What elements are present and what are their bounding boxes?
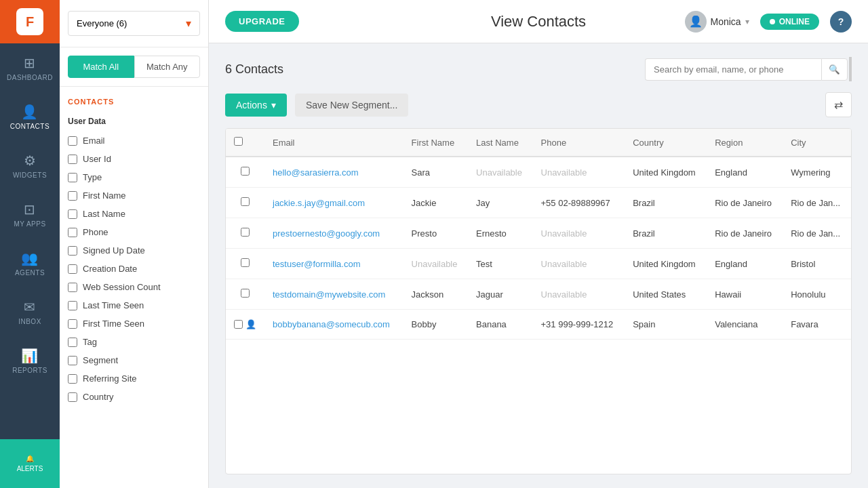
filter-label-last-time-seen: Last Time Seen [83, 300, 144, 310]
sidebar-item-agents[interactable]: 👥 AGENTS [0, 239, 60, 287]
row-city-cell: Favara [783, 310, 851, 340]
filter-item-country[interactable]: Country [60, 388, 208, 406]
row-checkbox[interactable] [241, 167, 250, 176]
filter-checkbox-user-id[interactable] [68, 155, 77, 164]
row-checkbox[interactable] [234, 320, 243, 329]
row-phone-cell: +31 999-999-1212 [533, 310, 625, 340]
email-link[interactable]: testuser@formilla.com [273, 259, 361, 269]
user-dropdown-arrow: ▾ [745, 17, 749, 26]
alerts-item[interactable]: 🔔 Alerts [0, 439, 60, 488]
logo-area: F [0, 0, 60, 43]
filter-checkbox-last-name[interactable] [68, 209, 77, 219]
search-button[interactable]: 🔍 [821, 58, 848, 81]
filter-label-country: Country [83, 392, 114, 402]
row-region-cell: Rio de Janeiro [707, 188, 783, 218]
filter-checkbox-first-time-seen[interactable] [68, 319, 77, 329]
row-select-cell [226, 188, 264, 218]
sidebar-item-label: MY APPS [14, 220, 45, 228]
filter-checkbox-referring-site[interactable] [68, 374, 77, 384]
online-dot [770, 19, 775, 24]
row-select-cell [226, 157, 264, 188]
actions-button[interactable]: Actions ▾ [225, 94, 287, 117]
row-email-cell: hello@sarasierra.com [264, 157, 403, 188]
sidebar-item-my-apps[interactable]: ⊡ MY APPS [0, 190, 60, 239]
segment-dropdown[interactable]: Everyone (6) ▾ [68, 11, 200, 36]
filter-checkbox-first-name[interactable] [68, 191, 77, 201]
sidebar-item-reports[interactable]: 📊 REPORTS [0, 336, 60, 385]
row-checkbox[interactable] [241, 197, 250, 206]
filter-item-web-session-count[interactable]: Web Session Count [60, 278, 208, 296]
filter-checkbox-type[interactable] [68, 173, 77, 182]
filter-toggle-button[interactable]: ⇄ [825, 92, 852, 117]
select-header [226, 129, 264, 157]
phone-header: Phone [533, 129, 625, 157]
row-first-name-cell: Presto [403, 218, 468, 249]
row-select-cell: 👤 [226, 310, 264, 340]
filter-label-creation-date: Creation Date [83, 264, 137, 274]
match-any-button[interactable]: Match Any [134, 56, 201, 78]
match-buttons-group: Match All Match Any [60, 47, 208, 87]
row-country-cell: Brazil [625, 218, 707, 249]
row-country-cell: United States [625, 279, 707, 310]
sidebar-item-label: WIDGETS [13, 171, 47, 179]
save-segment-button[interactable]: Save New Segment... [295, 94, 408, 117]
header-right: 👤 Monica ▾ ONLINE ? [685, 11, 852, 33]
table-row: testdomain@mywebsite.com Jackson Jaguar … [226, 279, 851, 310]
row-email-cell: jackie.s.jay@gmail.com [264, 188, 403, 218]
filter-item-tag[interactable]: Tag [60, 333, 208, 351]
filter-checkbox-email[interactable] [68, 136, 77, 146]
email-link[interactable]: testdomain@mywebsite.com [273, 289, 385, 300]
row-phone-cell: Unavailable [533, 218, 625, 249]
filter-item-phone[interactable]: Phone [60, 223, 208, 241]
email-link[interactable]: bobbybanana@somecub.com [273, 319, 390, 329]
user-menu[interactable]: 👤 Monica ▾ [685, 11, 749, 33]
row-checkbox[interactable] [241, 228, 250, 237]
email-link[interactable]: jackie.s.jay@gmail.com [273, 198, 365, 208]
filter-checkbox-tag[interactable] [68, 338, 77, 347]
email-link[interactable]: prestoernesto@googly.com [273, 228, 380, 239]
filter-checkbox-last-time-seen[interactable] [68, 301, 77, 310]
contacts-count: 6 Contacts [225, 62, 283, 77]
user-avatar: 👤 [685, 11, 707, 33]
filter-checkbox-phone[interactable] [68, 228, 77, 237]
filter-item-referring-site[interactable]: Referring Site [60, 369, 208, 388]
sidebar-item-contacts[interactable]: 👤 CONTACTS [0, 92, 60, 141]
filter-item-signed-up-date[interactable]: Signed Up Date [60, 241, 208, 260]
select-all-checkbox[interactable] [234, 137, 243, 146]
left-navigation: F ⊞ DASHBOARD 👤 CONTACTS ⚙ WIDGETS ⊡ MY … [0, 0, 60, 488]
row-checkbox[interactable] [241, 289, 250, 298]
filter-item-first-name[interactable]: First Name [60, 186, 208, 205]
table-row: testuser@formilla.com Unavailable Test U… [226, 249, 851, 279]
row-last-name-cell: Ernesto [468, 218, 532, 249]
email-link[interactable]: hello@sarasierra.com [273, 167, 359, 178]
filter-item-last-name[interactable]: Last Name [60, 205, 208, 223]
filter-checkbox-segment[interactable] [68, 356, 77, 365]
row-country-cell: United Kingdom [625, 157, 707, 188]
row-checkbox[interactable] [241, 258, 250, 267]
filter-item-first-time-seen[interactable]: First Time Seen [60, 314, 208, 333]
row-email-cell: testdomain@mywebsite.com [264, 279, 403, 310]
sidebar-item-inbox[interactable]: ✉ INBOX [0, 287, 60, 336]
row-phone-cell: +55 02-89889967 [533, 188, 625, 218]
filter-item-last-time-seen[interactable]: Last Time Seen [60, 296, 208, 314]
filter-item-creation-date[interactable]: Creation Date [60, 260, 208, 278]
filter-checkbox-web-session-count[interactable] [68, 283, 77, 292]
sidebar-item-widgets[interactable]: ⚙ WIDGETS [0, 141, 60, 190]
search-input[interactable] [645, 58, 821, 81]
filter-checkbox-country[interactable] [68, 392, 77, 402]
filter-item-user-id[interactable]: User Id [60, 150, 208, 168]
chevron-down-icon: ▾ [186, 17, 191, 30]
filter-checkbox-creation-date[interactable] [68, 264, 77, 274]
row-select-cell [226, 279, 264, 310]
table-row: 👤 bobbybanana@somecub.com Bobby Banana +… [226, 310, 851, 340]
filter-item-type[interactable]: Type [60, 168, 208, 186]
filter-item-segment[interactable]: Segment [60, 351, 208, 369]
help-button[interactable]: ? [830, 11, 852, 33]
sidebar-item-dashboard[interactable]: ⊞ DASHBOARD [0, 43, 60, 92]
match-all-button[interactable]: Match All [68, 56, 134, 78]
filter-item-email[interactable]: Email [60, 131, 208, 150]
row-phone-cell: Unavailable [533, 249, 625, 279]
row-region-cell: England [707, 249, 783, 279]
filter-checkbox-signed-up-date[interactable] [68, 246, 77, 256]
upgrade-button[interactable]: UPGRADE [225, 11, 299, 32]
